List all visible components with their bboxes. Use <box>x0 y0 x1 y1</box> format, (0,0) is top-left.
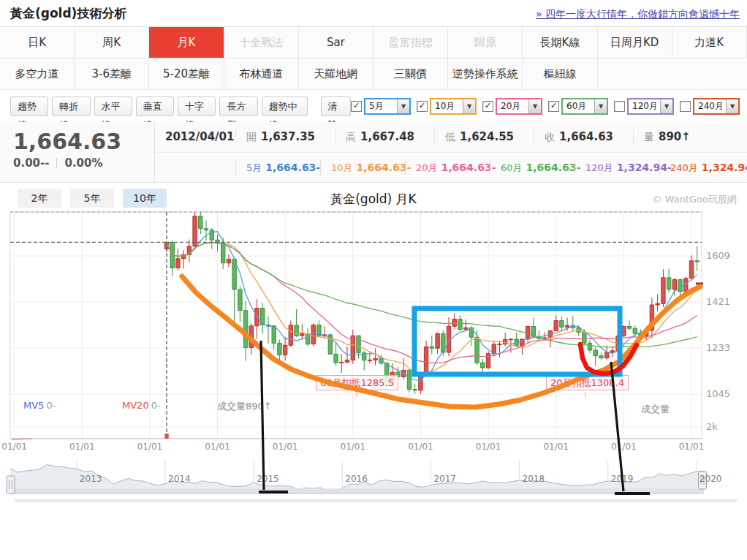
ma-toggle-120月[interactable]: 120月▼ <box>614 98 674 115</box>
indicator-tabs-row2: 多空力道3-6差離5-20差離布林通道天羅地網三關價逆勢操作系統樞紐線 <box>0 58 747 90</box>
ma-value: 1,664.63- <box>526 162 581 173</box>
tab-歸原[interactable]: 歸原 <box>448 27 523 58</box>
tab-Sar[interactable]: Sar <box>299 27 374 58</box>
ma-period-select-60月[interactable]: 60月▼ <box>561 98 608 115</box>
chart-plot-area[interactable] <box>10 212 702 439</box>
checkbox-20月[interactable]: ✓ <box>482 101 493 112</box>
ma-value-20月: 20月1,664.63- <box>405 160 490 175</box>
tab-逆勢操作系統[interactable]: 逆勢操作系統 <box>448 58 523 89</box>
tab-三關價[interactable]: 三關價 <box>374 58 448 89</box>
headline-link[interactable]: » 四年一度大行情年，你做錯方向會遺憾十年 <box>536 8 740 21</box>
ma-toggle-20月[interactable]: ✓20月▼ <box>482 98 542 115</box>
ma-value: 1,664.63- <box>265 162 320 173</box>
page-header: 黃金(gold)技術分析 » 四年一度大行情年，你做錯方向會遺憾十年 <box>0 0 747 27</box>
x-axis-tick: 01/01 <box>403 442 437 452</box>
ma-period-label: 120月 <box>629 100 660 113</box>
dropdown-arrow-icon[interactable]: ▼ <box>397 99 409 113</box>
quote-field-低: 低1,624.55 <box>434 129 534 144</box>
deduct-60-label: 60月扣抵1285.5 <box>316 375 398 390</box>
tab-盈富指標[interactable]: 盈富指標 <box>374 27 448 58</box>
dropdown-arrow-icon[interactable]: ▼ <box>660 99 672 113</box>
ma10-line <box>167 243 697 374</box>
ma-toggle-60月[interactable]: ✓60月▼ <box>548 98 608 115</box>
field-value: 1,664.63 <box>559 130 613 143</box>
ma-period-select-10月[interactable]: 10月▼ <box>430 98 477 115</box>
field-label: 開 <box>246 131 257 143</box>
dropdown-arrow-icon[interactable]: ▼ <box>594 99 607 113</box>
draw-tools: 趨勢線轉折線水平線垂直線十字線長方形趨勢中線清除 <box>10 97 351 116</box>
mv20-value: 0- <box>151 400 161 411</box>
dropdown-arrow-icon[interactable]: ▼ <box>528 99 541 113</box>
draw-tool-趨勢中線[interactable]: 趨勢中線 <box>262 97 308 116</box>
ma-period-select-5月[interactable]: 5月▼ <box>364 98 411 115</box>
ma-toggle-10月[interactable]: ✓10月▼ <box>417 98 477 115</box>
mv20-legend: MV200- <box>122 400 161 411</box>
ma-period-select-240月[interactable]: 240月▼ <box>693 98 740 115</box>
ma-label: 120月 <box>585 162 613 173</box>
quote-date: 2012/04/01 <box>155 130 235 143</box>
y-axis-tick: 1045 <box>706 388 740 399</box>
checkbox-10月[interactable]: ✓ <box>417 101 428 112</box>
ma-label: 10月 <box>331 162 353 173</box>
field-label: 收 <box>545 131 555 143</box>
ma-toggles: ✓5月▼✓10月▼✓20月▼✓60月▼120月▼240月▼ <box>351 98 740 115</box>
draw-tool-水平線[interactable]: 水平線 <box>94 97 132 116</box>
dropdown-arrow-icon[interactable]: ▼ <box>726 99 738 113</box>
checkbox-5月[interactable]: ✓ <box>351 101 362 112</box>
chart-toolbar: 趨勢線轉折線水平線垂直線十字線長方形趨勢中線清除 ✓5月▼✓10月▼✓20月▼✓… <box>0 90 747 122</box>
dropdown-arrow-icon[interactable]: ▼ <box>463 99 475 113</box>
tab-天羅地網[interactable]: 天羅地網 <box>299 58 374 89</box>
tab-十全戰法[interactable]: 十全戰法 <box>224 27 299 58</box>
nav-year-label: 2020 <box>699 474 722 484</box>
ma-toggle-5月[interactable]: ✓5月▼ <box>351 98 411 115</box>
tab-日周月KD[interactable]: 日周月KD <box>598 27 672 58</box>
change-percent: 0.00% <box>64 156 102 170</box>
range-buttons: 2年5年10年 <box>18 189 167 208</box>
nav-year-label: 2015 <box>257 474 279 484</box>
ma-value: 1,324.94- <box>702 162 747 173</box>
draw-tool-轉折線[interactable]: 轉折線 <box>52 97 90 116</box>
tab-5-20差離[interactable]: 5-20差離 <box>149 58 224 89</box>
tab-周K[interactable]: 周K <box>75 27 149 58</box>
checkbox-120月[interactable] <box>614 101 625 112</box>
tab-長期K線[interactable]: 長期K線 <box>523 27 597 58</box>
tab-月K[interactable]: 月K <box>149 27 224 58</box>
tab-樞紐線[interactable]: 樞紐線 <box>523 58 597 89</box>
nav-year-label: 2017 <box>433 474 456 484</box>
ma-toggle-240月[interactable]: 240月▼ <box>680 98 740 115</box>
draw-tool-十字線[interactable]: 十字線 <box>178 97 216 116</box>
ma-period-select-20月[interactable]: 20月▼ <box>496 98 542 115</box>
draw-tool-長方形[interactable]: 長方形 <box>219 97 257 116</box>
tab-力道K[interactable]: 力道K <box>672 27 747 58</box>
tab-多空力道[interactable]: 多空力道 <box>0 58 75 89</box>
tab-3-6差離[interactable]: 3-6差離 <box>75 58 149 89</box>
ma-period-label: 20月 <box>497 100 528 113</box>
ma-period-select-120月[interactable]: 120月▼ <box>627 98 674 115</box>
ma5-line <box>167 232 697 381</box>
range-button-2年[interactable]: 2年 <box>18 189 61 208</box>
draw-tool-趨勢線[interactable]: 趨勢線 <box>10 97 48 116</box>
main-chart-svg[interactable] <box>0 183 747 560</box>
range-button-10年[interactable]: 10年 <box>123 189 167 208</box>
field-value: 1,637.35 <box>261 130 315 143</box>
price-change: 0.00-- 0.00% <box>13 156 154 170</box>
ma-label: 20月 <box>416 162 438 173</box>
checkbox-60月[interactable]: ✓ <box>548 101 559 112</box>
tab-布林通道[interactable]: 布林通道 <box>224 58 299 89</box>
nav-handle-left[interactable] <box>7 476 15 493</box>
nav-scroll-track[interactable] <box>15 499 737 502</box>
checkbox-240月[interactable] <box>680 101 691 112</box>
mv5-value: 0- <box>46 400 56 411</box>
x-axis-tick: 01/01 <box>675 442 708 452</box>
nav-year-label: 2016 <box>345 474 368 484</box>
ma-label: 60月 <box>501 162 523 173</box>
x-axis-tick: 01/01 <box>133 442 167 452</box>
draw-tool-清除[interactable]: 清除 <box>321 97 352 116</box>
mv20-label: MV20 <box>122 400 149 411</box>
down-candle-wicks <box>172 212 697 394</box>
range-button-5年[interactable]: 5年 <box>70 189 114 208</box>
ma-label: 240月 <box>670 162 698 173</box>
mv5-legend: MV50- <box>23 400 56 411</box>
tab-日K[interactable]: 日K <box>0 27 75 58</box>
draw-tool-垂直線[interactable]: 垂直線 <box>136 97 174 116</box>
